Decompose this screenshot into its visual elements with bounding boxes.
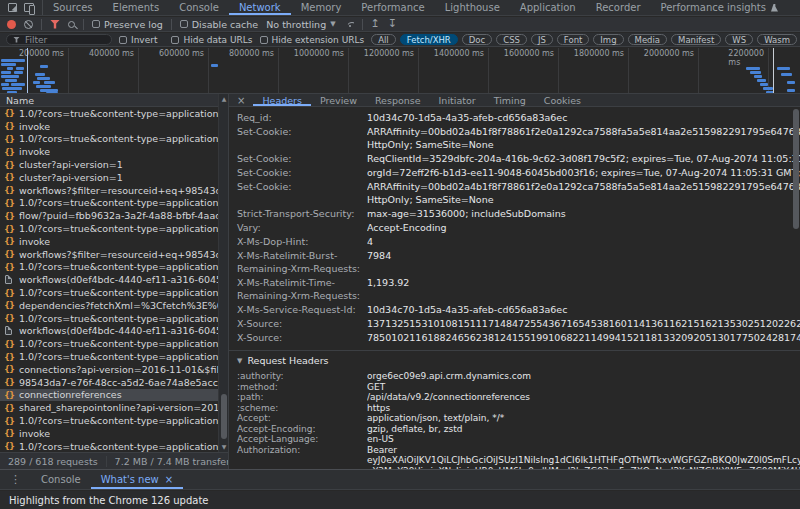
tab-memory[interactable]: Memory [291,0,352,15]
table-row[interactable]: {}1.0/?cors=true&content-type=applicatio… [0,107,218,120]
scrollbar-thumb[interactable] [221,394,227,439]
invert-checkbox[interactable]: Invert [119,35,157,45]
checkbox-box[interactable] [119,36,127,44]
tab-sources[interactable]: Sources [43,0,103,15]
record-network-log-icon[interactable] [7,20,16,29]
table-row[interactable]: {}workflows?$filter=resourceid+eq+98543d… [0,248,218,261]
detail-tab-cookies[interactable]: Cookies [535,94,590,106]
detail-tab-headers[interactable]: Headers [253,94,311,106]
timeline-tick-label: 1400000 ms [434,49,488,58]
inspect-element-icon[interactable] [8,3,17,12]
preserve-log-checkbox[interactable]: Preserve log [92,19,163,30]
request-list-scrollbar[interactable]: ▲ ▼ [218,94,228,452]
filter-chip-js[interactable]: JS [531,34,553,45]
table-row[interactable]: {}98543da7-e76f-48cc-a5d2-6ae74a8e5acc?a… [0,376,218,389]
filter-chip-font[interactable]: Font [557,34,590,45]
table-row[interactable]: {}invoke [0,120,218,133]
overview-request-bar [1,63,16,66]
name-column-header[interactable]: Name [0,94,218,107]
filter-chip-ws[interactable]: WS [725,34,753,45]
tab-console[interactable]: Console [169,0,229,15]
table-row[interactable]: {}cluster?api-version=1 [0,158,218,171]
filter-chip-doc[interactable]: Doc [462,34,492,45]
details-scrollbar[interactable] [792,107,800,469]
table-row[interactable]: {}invoke [0,235,218,248]
table-row[interactable]: {}1.0/?cors=true&content-type=applicatio… [0,286,218,299]
detail-tab-timing[interactable]: Timing [485,94,535,106]
export-har-icon[interactable]: ↧ [388,19,397,29]
tab-performance[interactable]: Performance [351,0,434,15]
table-row[interactable]: {}1.0/?cors=true&content-type=applicatio… [0,197,218,210]
filter-toggle-icon[interactable] [50,20,60,29]
table-row[interactable]: workflows(d0ef4bdc-4440-ef11-a316-6045bd… [0,325,218,338]
request-name: 1.0/?cors=true&content-type=application/… [19,133,218,144]
triangle-down-icon[interactable]: ▼ [237,357,242,365]
table-row[interactable]: {}dependencies?fetchXml=%3Cfetch%3E%0A%2… [0,299,218,312]
whats-new-headline[interactable]: Highlights from the Chrome 126 update [9,495,208,506]
tab-recorder[interactable]: Recorder [586,0,651,15]
filter-chip-media[interactable]: Media [628,34,668,45]
network-filter-input[interactable]: Filter [6,34,112,45]
table-row[interactable]: {}invoke [0,427,218,440]
import-har-icon[interactable]: ↥ [371,19,380,29]
tab-application[interactable]: Application [510,0,586,15]
timeline-gridline [698,48,699,93]
table-row[interactable]: {}connections?api-version=2016-11-01&$fi… [0,363,218,376]
table-row[interactable]: {}1.0/?cors=true&content-type=applicatio… [0,337,218,350]
table-row[interactable]: {}1.0/?cors=true&content-type=applicatio… [0,222,218,235]
tab-lighthouse[interactable]: Lighthouse [435,0,510,15]
timeline-gridline [628,48,629,93]
network-overview-timeline[interactable]: 200000 ms400000 ms600000 ms800000 ms1000… [0,48,800,94]
device-toolbar-icon[interactable] [24,3,34,12]
hide-extension-urls-checkbox[interactable]: Hide extension URLs [260,35,365,45]
table-row[interactable]: {}1.0/?cors=true&content-type=applicatio… [0,350,218,363]
timeline-gridline [558,48,559,93]
table-row[interactable]: {}connectionreferences [0,389,218,402]
table-row[interactable]: {}workflows?$filter=resourceid+eq+98543d… [0,184,218,197]
tab-performance-insights[interactable]: Performance insights [651,0,788,15]
header-value: application/json, text/plain, */* [367,413,800,424]
search-icon[interactable] [68,21,75,28]
filter-chip-fetchxhr[interactable]: Fetch/XHR [400,34,458,45]
drawer-menu-icon[interactable]: ⋮ [0,470,31,489]
request-headers-section-header[interactable]: ▼ Request Headers [237,355,800,366]
header-row: X-Ms-Ratelimit-Time-Remaining-Xrm-Reques… [237,276,800,302]
filter-chip-wasm[interactable]: Wasm [757,34,797,45]
header-name: Accept-Language: [237,434,367,445]
table-row[interactable]: {}1.0/?cors=true&content-type=applicatio… [0,133,218,146]
overview-request-bar [37,77,50,80]
table-row[interactable]: {}1.0/?cors=true&content-type=applicatio… [0,312,218,325]
detail-tab-response[interactable]: Response [366,94,430,106]
filter-chip-img[interactable]: Img [593,34,623,45]
detail-tab-preview[interactable]: Preview [311,94,366,106]
close-details-icon[interactable]: × [229,94,253,106]
detail-tab-initiator[interactable]: Initiator [430,94,485,106]
hide-data-urls-checkbox[interactable]: Hide data URLs [171,35,252,45]
drawer-tab-what-s-new[interactable]: What's new× [91,470,183,489]
table-row[interactable]: {}invoke [0,145,218,158]
request-name: 1.0/?cors=true&content-type=application/… [19,197,218,208]
checkbox-box[interactable] [92,20,100,28]
filter-chip-css[interactable]: CSS [496,34,527,45]
table-row[interactable]: {}1.0/?cors=true&content-type=applicatio… [0,261,218,274]
checkbox-box[interactable] [260,36,268,44]
table-row[interactable]: {}flow/?puid=fbb9632a-3a2f-4a88-bfbf-4aa… [0,209,218,222]
tab-network[interactable]: Network [229,0,291,15]
table-row[interactable]: workflows(d0ef4bdc-4440-ef11-a316-6045bd… [0,273,218,286]
checkbox-box[interactable] [171,36,179,44]
filter-chip-manifest[interactable]: Manifest [671,34,721,45]
table-row[interactable]: {}shared_sharepointonline?api-version=20… [0,401,218,414]
network-conditions-icon[interactable] [344,20,354,28]
scrollbar-thumb[interactable] [793,109,799,229]
disable-cache-checkbox[interactable]: Disable cache [180,19,258,30]
throttling-select[interactable]: No throttling ▼ [266,19,335,30]
tab-elements[interactable]: Elements [103,0,170,15]
clear-network-log-icon[interactable] [24,20,33,29]
checkbox-box[interactable] [180,20,188,28]
close-tab-icon[interactable]: × [165,474,173,485]
table-row[interactable]: {}cluster?api-version=1 [0,171,218,184]
table-row[interactable]: {}1.0/?cors=true&content-type=applicatio… [0,440,218,452]
filter-chip-all[interactable]: All [371,34,396,45]
drawer-tab-console[interactable]: Console [31,470,91,489]
table-row[interactable]: {}1.0/?cors=true&content-type=applicatio… [0,414,218,427]
